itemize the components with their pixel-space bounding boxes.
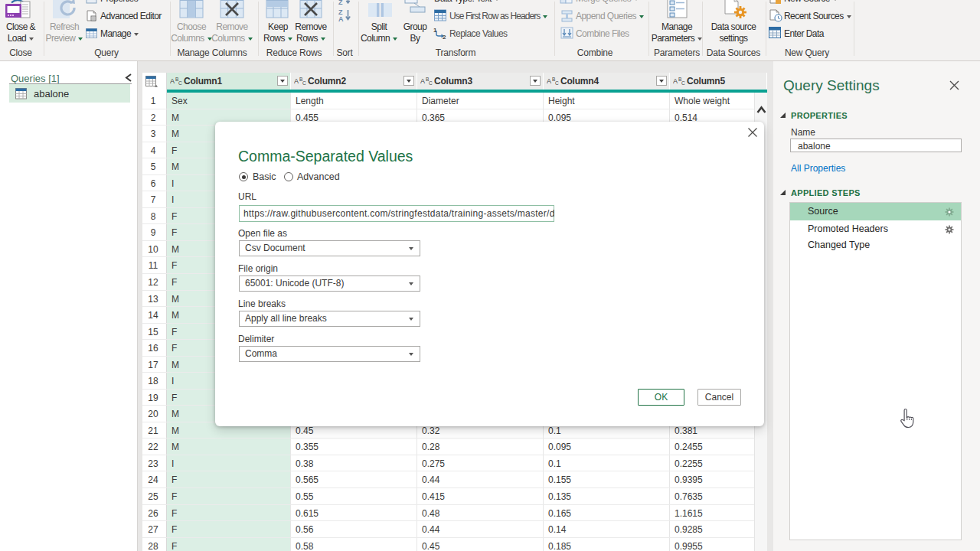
svg-text:A: A [170,77,175,85]
svg-text:A: A [673,77,678,85]
svg-text:Z: Z [338,0,343,6]
svg-text:C: C [429,80,433,86]
svg-text:C: C [681,80,685,86]
svg-text:A: A [294,77,299,85]
svg-text:C: C [555,80,559,86]
svg-text:A: A [420,77,425,85]
svg-text:C: C [302,80,306,86]
svg-text:C: C [178,80,182,86]
svg-text:A: A [547,77,551,85]
svg-text:2: 2 [443,34,446,40]
